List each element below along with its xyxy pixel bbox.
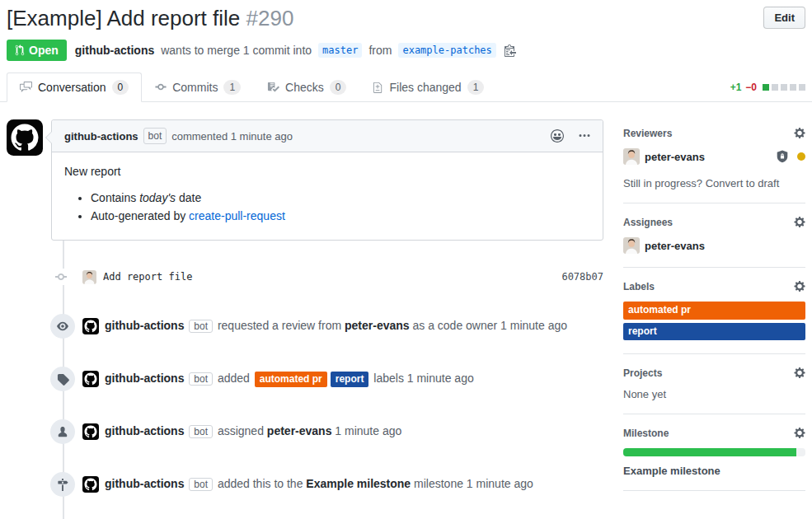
bot-badge: bot [189, 320, 213, 333]
pr-number: #290 [246, 6, 294, 30]
gear-icon[interactable] [794, 427, 805, 439]
gear-icon[interactable] [794, 216, 805, 228]
commit-message[interactable]: Add report file [103, 271, 192, 283]
tab-checks[interactable]: Checks 0 [254, 72, 359, 103]
diffstat-block [799, 84, 805, 91]
github-actions-avatar[interactable] [82, 371, 99, 387]
pending-review-dot [797, 152, 805, 161]
milestone-progress-track [623, 448, 805, 456]
event-timestamp[interactable]: 1 minute ago [335, 424, 401, 437]
github-actions-avatar[interactable] [82, 318, 99, 334]
tab-commits[interactable]: Commits 1 [142, 72, 254, 103]
reviewer-name[interactable]: peter-evans [645, 151, 705, 163]
event-author[interactable]: github-actions [105, 477, 184, 490]
git-commit-icon [54, 269, 68, 285]
edit-button[interactable]: Edit [763, 7, 805, 29]
labels-header: Labels [623, 280, 805, 292]
comment-header-actions [551, 129, 590, 143]
github-actions-avatar[interactable] [82, 476, 99, 493]
pr-header: [Example] Add report file #290 Edit Open… [0, 0, 812, 61]
file-diff-icon [373, 81, 383, 93]
emoji-reaction-icon[interactable] [551, 129, 564, 143]
event-author[interactable]: github-actions [105, 372, 184, 385]
commit-author-avatar[interactable] [82, 270, 96, 284]
event-author[interactable]: github-actions [105, 319, 184, 332]
labels-section: Labels automated pr report [623, 267, 805, 353]
head-branch-label[interactable]: example-patches [398, 43, 495, 58]
event-timestamp[interactable]: 1 minute ago [467, 477, 533, 490]
gear-icon[interactable] [794, 367, 805, 379]
shield-lock-icon[interactable] [776, 150, 789, 163]
tab-label: Conversation [38, 81, 106, 94]
copy-branch-icon[interactable] [505, 44, 516, 57]
tab-count: 1 [467, 80, 485, 96]
assignee-row: peter-evans [623, 237, 805, 254]
event-fragment: added this to the [214, 477, 306, 490]
projects-header: Projects [623, 367, 805, 379]
event-timestamp[interactable]: 1 minute ago [500, 319, 567, 332]
state-label: Open [29, 44, 59, 57]
comment-intro: New report [64, 165, 590, 178]
event-fragment: milestone [411, 477, 467, 490]
comment-bullet: Auto-generated by create-pull-request [91, 209, 590, 222]
tab-label: Files changed [389, 81, 461, 94]
gear-icon[interactable] [794, 127, 805, 139]
assignee-name[interactable]: peter-evans [267, 424, 332, 437]
gear-icon[interactable] [794, 280, 805, 292]
pr-meta: Open github-actions wants to merge 1 com… [7, 40, 805, 61]
pr-sidebar: Reviewers peter-evans Still in progress?… [623, 119, 805, 517]
milestone-link[interactable]: Example milestone [306, 477, 411, 490]
label-automated-pr[interactable]: automated pr [623, 302, 805, 320]
event-text: github-actions bot requested a review fr… [105, 319, 567, 334]
draft-hint: Still in progress? Convert to draft [623, 177, 805, 189]
commits-icon [155, 81, 167, 93]
kebab-menu-icon[interactable] [579, 129, 590, 143]
reviewer-name[interactable]: peter-evans [345, 319, 410, 332]
tab-files-changed[interactable]: Files changed 1 [359, 72, 497, 103]
event-text: github-actions bot added this to the Exa… [105, 477, 533, 492]
github-actions-avatar[interactable] [82, 423, 99, 440]
milestone-title: Milestone [623, 428, 669, 439]
comment-bullet: Contains today's date [91, 191, 590, 204]
comment-author[interactable]: github-actions [64, 130, 138, 143]
commit-sha[interactable]: 6078b07 [561, 271, 603, 283]
review-status-icons [776, 150, 805, 163]
sidebar-bottom-divider [623, 490, 805, 517]
comment-header: github-actions bot commented 1 minute ag… [52, 120, 603, 152]
milestone-section: Milestone Example milestone [623, 414, 805, 490]
event-fragment: requested a review from [214, 319, 345, 332]
pr-tabnav: Conversation 0 Commits 1 Checks 0 Files … [0, 72, 812, 103]
bullet-text: date [176, 191, 201, 204]
label-report[interactable]: report [331, 372, 369, 387]
checks-icon [267, 81, 279, 93]
label-report[interactable]: report [623, 323, 805, 341]
bullet-text: Contains [91, 191, 139, 204]
reviewer-avatar[interactable] [623, 148, 640, 165]
bot-badge: bot [143, 128, 167, 144]
tab-conversation[interactable]: Conversation 0 [7, 72, 142, 103]
event-author[interactable]: github-actions [105, 424, 184, 437]
milestone-name-link[interactable]: Example milestone [623, 465, 805, 477]
assignees-title: Assignees [623, 217, 673, 228]
diffstat: +1 −0 [730, 82, 805, 93]
assignee-name[interactable]: peter-evans [645, 240, 705, 252]
bot-badge: bot [189, 372, 213, 386]
open-state-badge: Open [7, 40, 67, 61]
github-actions-avatar[interactable] [7, 119, 43, 156]
tab-label: Commits [172, 81, 218, 94]
merge-author[interactable]: github-actions [75, 44, 154, 57]
event-text: github-actions bot added automated prrep… [105, 372, 474, 387]
label-automated-pr[interactable]: automated pr [255, 372, 327, 387]
bullet-text: Auto-generated by [91, 209, 189, 222]
tag-icon [50, 367, 75, 391]
base-branch-label[interactable]: master [318, 43, 362, 58]
diffstat-block [763, 84, 769, 91]
event-fragment: added [214, 372, 253, 385]
create-pull-request-link[interactable]: create-pull-request [189, 209, 285, 222]
comment-body: New report Contains today's date Auto-ge… [52, 152, 603, 240]
event-timestamp[interactable]: 1 minute ago [407, 372, 474, 385]
convert-to-draft-link[interactable]: Convert to draft [706, 177, 780, 189]
comment-bullet-list: Contains today's date Auto-generated by … [64, 191, 590, 222]
assignee-avatar[interactable] [623, 237, 640, 254]
timeline-event-review-requested: github-actions bot requested a review fr… [7, 314, 603, 339]
